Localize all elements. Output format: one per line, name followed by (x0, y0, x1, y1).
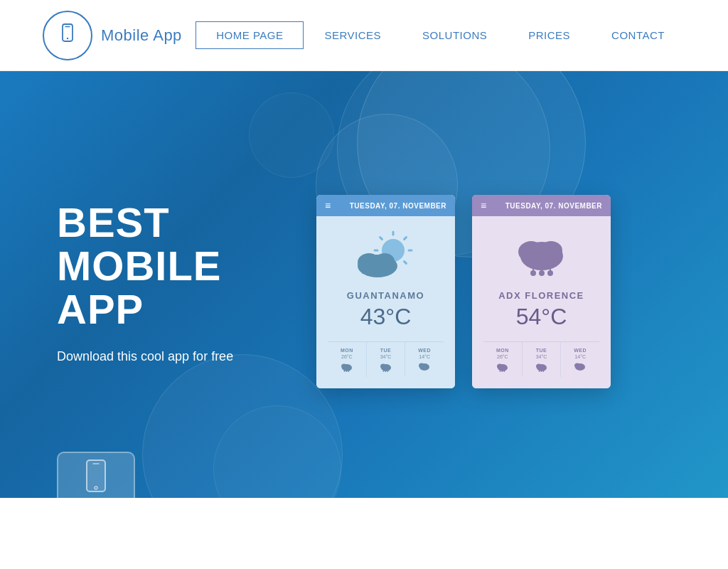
forecast-item-2-wed: WED 14°C (561, 342, 599, 377)
svg-line-8 (380, 238, 382, 240)
svg-line-17 (344, 371, 345, 372)
hero-section: BEST MOBILE APP Download this cool app f… (0, 71, 728, 498)
phone-card-2: ≡ TUESDAY, 07. NOVEMBER (472, 195, 611, 388)
forecast-icon-1-wed (408, 362, 441, 374)
weather-icon-1 (350, 230, 422, 282)
logo-circle (43, 11, 92, 60)
forecast-item-1-tue: TUE 34°C (367, 342, 406, 377)
phone-icon (58, 23, 77, 48)
phone-date-1: TUESDAY, 07. NOVEMBER (350, 202, 446, 210)
deco-circle-4 (249, 92, 334, 178)
forecast-icon-1-tue (370, 362, 402, 374)
svg-point-37 (497, 364, 503, 369)
nav-home[interactable]: HOME PAGE (196, 21, 304, 49)
forecast-row-2: MON 26°C TUE 34°C WED (483, 341, 599, 377)
svg-line-10 (404, 238, 406, 240)
hero-title-line1: BEST (57, 199, 170, 245)
menu-icon-2: ≡ (481, 201, 486, 211)
nav-services[interactable]: SERVICES (304, 21, 402, 49)
phone-body-2: ADX FLORENCE 54°C MON 26°C TUE 34°C (472, 216, 611, 388)
forecast-item-2-tue: TUE 34°C (523, 342, 562, 377)
forecast-icon-2-tue (525, 362, 558, 374)
bottom-phone-mockup (57, 452, 135, 498)
weather-icon-2 (510, 230, 574, 282)
svg-point-31 (539, 270, 545, 276)
phone-date-2: TUESDAY, 07. NOVEMBER (505, 202, 602, 210)
svg-point-42 (536, 364, 542, 369)
logo-text: Mobile App (101, 26, 182, 45)
svg-point-29 (540, 241, 562, 260)
svg-line-43 (539, 371, 540, 372)
svg-point-47 (574, 363, 580, 368)
hero-title: BEST MOBILE APP (57, 201, 256, 331)
main-nav: HOME PAGE SERVICES SOLUTIONS PRICES CONT… (196, 21, 685, 49)
forecast-icon-2-wed (564, 362, 596, 374)
forecast-item-1-mon: MON 26°C (328, 342, 367, 377)
phone-header-1: ≡ TUESDAY, 07. NOVEMBER (316, 195, 455, 216)
forecast-item-1-wed: WED 14°C (405, 342, 444, 377)
hero-title-line2: MOBILE (57, 243, 222, 289)
phone-temp-1: 43°C (328, 304, 444, 330)
phone-card-1: ≡ TUESDAY, 07. NOVEMBER (316, 195, 455, 388)
deco-circle-3 (213, 405, 341, 498)
svg-line-9 (404, 262, 406, 264)
nav-prices[interactable]: PRICES (508, 21, 591, 49)
menu-icon-1: ≡ (325, 201, 331, 211)
forecast-item-2-mon: MON 26°C (483, 342, 523, 377)
svg-point-26 (419, 363, 424, 368)
svg-point-32 (547, 270, 553, 276)
forecast-icon-1-mon (331, 362, 363, 374)
svg-point-16 (341, 364, 347, 369)
forecast-icon-2-mon (486, 362, 519, 374)
phone-city-2: ADX FLORENCE (483, 290, 599, 301)
hero-bottom-phone (57, 452, 135, 498)
phone-body-1: GUANTANAMO 43°C MON 26°C TUE 34°C (316, 216, 455, 388)
svg-point-30 (530, 270, 536, 276)
nav-contact[interactable]: CONTACT (591, 21, 685, 49)
header: Mobile App HOME PAGE SERVICES SOLUTIONS … (0, 0, 728, 71)
hero-title-line3: APP (57, 286, 144, 332)
logo: Mobile App (43, 11, 182, 60)
hero-subtitle-text: Download this cool app for free (57, 349, 233, 363)
forecast-row-1: MON 26°C TUE 34°C WED (328, 341, 444, 377)
phone-city-1: GUANTANAMO (328, 290, 444, 301)
phone-temp-2: 54°C (483, 304, 599, 330)
hero-content: BEST MOBILE APP Download this cool app f… (57, 201, 256, 367)
svg-line-38 (500, 371, 500, 372)
hero-subtitle: Download this cool app for free (57, 346, 256, 368)
svg-point-14 (375, 253, 395, 269)
phone-header-2: ≡ TUESDAY, 07. NOVEMBER (472, 195, 611, 216)
svg-line-22 (383, 371, 384, 372)
svg-point-1 (67, 38, 68, 39)
nav-solutions[interactable]: SOLUTIONS (402, 21, 508, 49)
svg-point-21 (380, 364, 386, 369)
hero-phones: ≡ TUESDAY, 07. NOVEMBER (256, 181, 671, 388)
